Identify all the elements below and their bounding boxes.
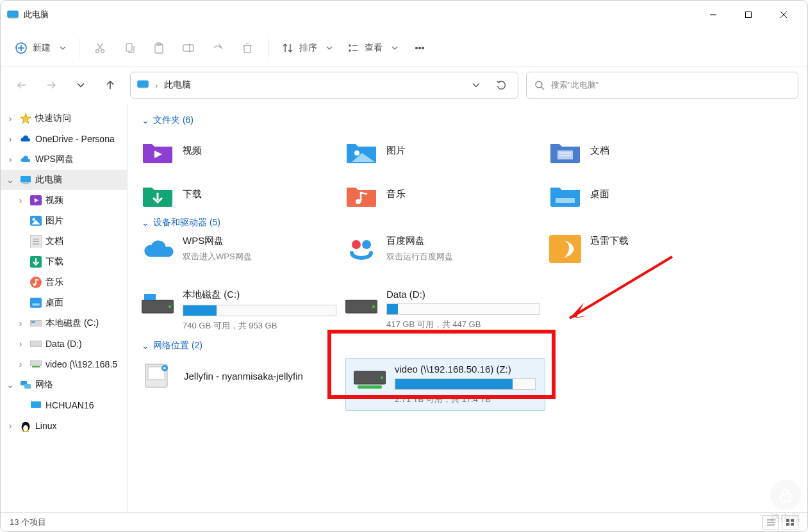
section-devices[interactable]: ⌄ 设备和驱动器 (5)	[142, 217, 793, 229]
drive-c[interactable]: 本地磁盘 (C:) 740 GB 可用，共 953 GB	[142, 289, 345, 335]
forward-button[interactable]	[43, 77, 60, 93]
sidebar-desktop[interactable]: 桌面	[1, 293, 127, 313]
more-button[interactable]	[406, 35, 434, 61]
folder-documents[interactable]: 文档	[549, 133, 753, 168]
chevron-right-icon[interactable]: ›	[4, 113, 16, 124]
title-bar: 此电脑	[1, 1, 807, 29]
sort-button[interactable]: 排序	[275, 35, 339, 61]
svg-point-68	[354, 150, 359, 156]
sidebar-linux[interactable]: ›Linux	[1, 415, 127, 436]
penguin-icon	[20, 420, 31, 431]
new-button[interactable]: 新建	[8, 35, 72, 61]
sidebar-downloads[interactable]: 下载	[1, 252, 127, 272]
section-folders[interactable]: ⌄ 文件夹 (6)	[142, 115, 793, 126]
svg-point-65	[22, 431, 26, 433]
rename-button[interactable]	[174, 35, 202, 61]
sidebar-data-d[interactable]: ›Data (D:)	[1, 334, 127, 354]
drive-d[interactable]: Data (D:) 417 GB 可用，共 447 GB	[345, 289, 549, 335]
view-button[interactable]: 查看	[340, 35, 404, 61]
chevron-right-icon[interactable]: ›	[4, 134, 16, 144]
svg-rect-3	[745, 12, 751, 18]
address-row: › 此电脑 搜索"此电脑"	[1, 67, 807, 103]
content-pane: ⌄ 文件夹 (6) 视频 图片 文档 下载 音乐 桌面 ⌄ 设备和驱动器 (5)…	[128, 103, 807, 512]
svg-rect-80	[144, 294, 156, 300]
svg-point-35	[536, 81, 542, 88]
svg-rect-61	[24, 384, 31, 389]
svg-line-12	[97, 44, 102, 50]
delete-button[interactable]	[233, 35, 261, 61]
svg-point-29	[422, 47, 424, 49]
breadcrumb[interactable]: 此电脑	[164, 79, 191, 91]
separator	[268, 38, 268, 58]
svg-rect-1	[9, 18, 17, 19]
svg-point-81	[169, 305, 171, 308]
search-placeholder: 搜索"此电脑"	[551, 79, 598, 91]
chevron-right-icon[interactable]: ›	[4, 154, 16, 165]
search-box[interactable]: 搜索"此电脑"	[526, 72, 798, 99]
baidu-icon	[345, 235, 377, 263]
documents-folder-icon	[549, 138, 581, 163]
folder-music[interactable]: 音乐	[345, 176, 549, 212]
chevron-right-icon[interactable]: ›	[15, 318, 26, 328]
computer-icon	[30, 399, 42, 411]
svg-rect-0	[8, 11, 19, 18]
recent-button[interactable]	[72, 77, 89, 93]
svg-line-36	[541, 87, 544, 90]
up-button[interactable]	[102, 77, 119, 93]
sidebar-videos[interactable]: ›视频	[1, 190, 127, 211]
sidebar-thispc[interactable]: ⌄此电脑	[1, 170, 127, 190]
svg-rect-75	[556, 198, 575, 203]
chevron-right-icon[interactable]: ›	[15, 339, 26, 349]
sidebar-wps[interactable]: ›WPS网盘	[1, 149, 127, 170]
device-wps[interactable]: WPS网盘双击进入WPS网盘	[142, 235, 345, 281]
download-icon	[30, 256, 42, 268]
chevron-down-icon[interactable]: ⌄	[4, 380, 16, 390]
svg-rect-58	[30, 360, 42, 366]
chevron-down-icon	[326, 45, 333, 51]
chevron-right-icon[interactable]: ›	[4, 421, 16, 431]
chevron-down-icon[interactable]: ⌄	[4, 175, 16, 185]
sidebar-documents[interactable]: 文档	[1, 231, 127, 252]
sidebar-network[interactable]: ⌄网络	[1, 375, 127, 395]
refresh-button[interactable]	[492, 76, 511, 95]
svg-rect-53	[30, 298, 42, 308]
svg-rect-62	[31, 401, 41, 408]
paste-button[interactable]	[145, 35, 173, 61]
copy-button[interactable]	[115, 35, 144, 61]
back-button[interactable]	[13, 77, 30, 93]
minimize-button[interactable]	[695, 1, 730, 29]
svg-rect-56	[31, 321, 35, 323]
netloc-jellyfin[interactable]: Jellyfin - nyanmisaka-jellyfin	[142, 358, 345, 394]
svg-rect-38	[21, 176, 31, 182]
view-label: 查看	[365, 42, 383, 54]
folder-pictures[interactable]: 图片	[345, 133, 549, 168]
close-button[interactable]	[766, 1, 801, 29]
chevron-right-icon[interactable]: ›	[15, 359, 26, 369]
sidebar-hchuan16[interactable]: HCHUAN16	[1, 395, 127, 415]
sidebar-localdisk-c[interactable]: ›本地磁盘 (C:)	[1, 313, 127, 334]
share-button[interactable]	[204, 35, 232, 61]
address-bar[interactable]: › 此电脑	[130, 72, 518, 99]
folder-videos[interactable]: 视频	[142, 133, 345, 168]
sidebar-music[interactable]: 音乐	[1, 272, 127, 293]
item-count: 13 个项目	[10, 517, 46, 528]
drive-icon	[30, 338, 42, 350]
window-title: 此电脑	[24, 9, 49, 20]
sidebar-onedrive[interactable]: ›OneDrive - Persona	[1, 129, 127, 149]
folder-downloads[interactable]: 下载	[142, 176, 345, 212]
sidebar-video-z[interactable]: ›video (\\192.168.5	[1, 354, 127, 375]
pictures-folder-icon	[345, 138, 377, 163]
svg-point-24	[349, 50, 350, 51]
annotation-arrow	[557, 257, 679, 329]
svg-rect-34	[139, 87, 147, 88]
maximize-button[interactable]	[730, 1, 766, 29]
device-baidu[interactable]: 百度网盘双击运行百度网盘	[345, 235, 549, 281]
cut-button[interactable]	[86, 35, 114, 61]
chevron-right-icon[interactable]: ›	[15, 195, 26, 206]
sidebar-quick-access[interactable]: ›快速访问	[1, 108, 127, 129]
sidebar-pictures[interactable]: 图片	[1, 211, 127, 231]
svg-point-43	[32, 218, 35, 222]
folder-desktop[interactable]: 桌面	[549, 176, 753, 212]
drive-icon	[30, 318, 42, 329]
addr-dropdown-button[interactable]	[466, 76, 486, 95]
